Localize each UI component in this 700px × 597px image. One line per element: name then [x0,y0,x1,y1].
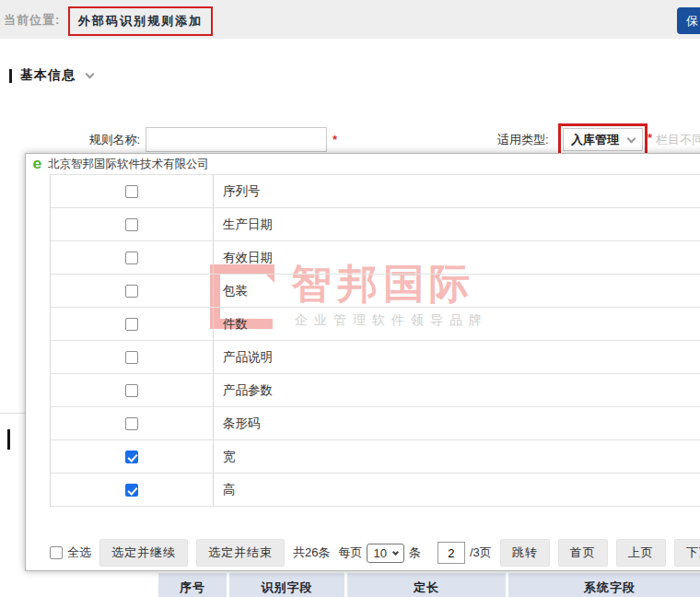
per-page-select[interactable]: 10 [367,544,403,563]
chevron-down-icon[interactable] [86,69,95,78]
per-page-value: 10 [373,546,386,560]
checkbox-cell [51,407,214,439]
checkbox-cell [51,241,214,274]
basic-info-form: 规则名称: * 适用类型: 入库管理 * 栏目不同 [0,125,700,153]
table-row: 有效日期 [51,241,700,275]
table-row: 件数 [51,308,700,341]
table-row: 产品参数 [51,374,700,407]
jump-button[interactable]: 跳转 [500,539,550,567]
checkbox-cell [51,308,214,340]
apply-type-label: 适用类型: [497,132,549,148]
dialog-pagination: 全选 选定并继续 选定并结束 共26条 每页 10 条 /3页 跳转 首页 上页… [50,539,700,567]
field-label: 包装 [214,283,248,299]
select-all-label: 全选 [67,544,91,561]
field-picker-dialog: e 北京智邦国际软件技术有限公司 智邦国际 企业管理软件领导品牌 序列号生产日期… [25,153,700,571]
chevron-down-icon [627,135,636,144]
apply-type-select[interactable]: 入库管理 [563,128,643,151]
field-label: 有效日期 [214,250,273,266]
page-number-group: /3页 [438,542,492,564]
prev-page-button[interactable]: 上页 [616,539,666,567]
table-row: 生产日期 [51,208,700,241]
row-checkbox[interactable] [125,285,138,298]
column-header: 识别字段 [229,573,344,597]
checkbox-cell [51,175,214,207]
next-page-button[interactable]: 下页 [674,539,700,567]
field-label: 高 [214,482,236,498]
select-all-checkbox[interactable] [50,546,63,559]
page: 当前位置: 外部码识别规则添加 保存 基本信息 规则名称: * 适用类型: 入库… [0,0,700,597]
page-number-input[interactable] [438,542,465,564]
column-header: 序号 [158,573,227,597]
per-page-group: 每页 10 条 [338,544,420,563]
table-row: 序列号 [51,175,700,208]
section-title: 基本信息 [20,67,76,84]
per-page-prefix: 每页 [338,544,362,561]
field-label: 产品说明 [214,349,273,366]
per-page-suffix: 条 [409,544,421,561]
breadcrumb-current-highlight: 外部码识别规则添加 [68,6,213,36]
table-row: 包装 [51,275,700,308]
required-asterisk: * [648,131,652,145]
checkbox-cell [51,374,214,406]
checkbox-cell [51,341,214,373]
first-page-button[interactable]: 首页 [558,539,608,567]
column-header: 定长 [347,573,506,597]
row-checkbox[interactable] [125,252,138,264]
apply-type-value: 入库管理 [571,132,619,148]
required-asterisk: * [332,133,337,146]
checkbox-cell [51,208,214,240]
table-row: 高 [51,474,700,507]
field-label: 条形码 [214,416,261,432]
column-header: 系统字段 [508,573,700,597]
rule-name-label: 规则名称: [88,132,140,148]
select-all-group[interactable]: 全选 [50,544,91,561]
rule-name-input[interactable] [146,127,327,152]
field-label: 生产日期 [214,217,273,233]
table-row: 产品说明 [51,341,700,374]
field-label: 产品参数 [214,382,273,399]
save-button[interactable]: 保存 [677,7,700,34]
section-marker [9,69,12,83]
background-section-marker [7,429,10,450]
chevron-down-icon [392,548,399,555]
page-total-label: /3页 [470,544,492,561]
apply-type-note: 栏目不同 [656,132,700,148]
browser-favicon-icon: e [33,157,42,171]
dialog-title: 北京智邦国际软件技术有限公司 [48,157,209,172]
row-checkbox[interactable] [125,185,138,198]
row-checkbox[interactable] [125,218,138,231]
checkbox-cell [51,474,214,506]
breadcrumb-bar: 当前位置: 外部码识别规则添加 保存 [0,0,700,39]
select-and-finish-button[interactable]: 选定并结束 [196,539,285,567]
section-header-basic-info[interactable]: 基本信息 [9,66,93,85]
breadcrumb-label: 当前位置: [4,12,60,29]
row-checkbox[interactable] [125,484,138,497]
field-label: 序列号 [214,183,261,200]
field-table-body: 序列号生产日期有效日期包装件数产品说明产品参数条形码宽高 [50,174,700,507]
apply-type-highlight-box: 入库管理 [558,123,648,156]
checkbox-cell [51,275,214,307]
dialog-titlebar[interactable]: e 北京智邦国际软件技术有限公司 [26,154,700,174]
background-divider [0,413,26,414]
row-checkbox[interactable] [125,318,138,331]
row-checkbox[interactable] [125,451,138,463]
row-checkbox[interactable] [125,384,138,397]
select-and-continue-button[interactable]: 选定并继续 [99,539,188,567]
table-row: 宽 [51,440,700,474]
field-label: 宽 [214,449,236,465]
field-label: 件数 [214,316,248,333]
table-row: 条形码 [51,407,700,440]
recognition-field-table-header: 序号 识别字段 定长 系统字段 [158,573,700,597]
total-count-label: 共26条 [293,544,330,561]
row-checkbox[interactable] [125,417,138,430]
row-checkbox[interactable] [125,351,138,364]
checkbox-cell [51,440,214,473]
